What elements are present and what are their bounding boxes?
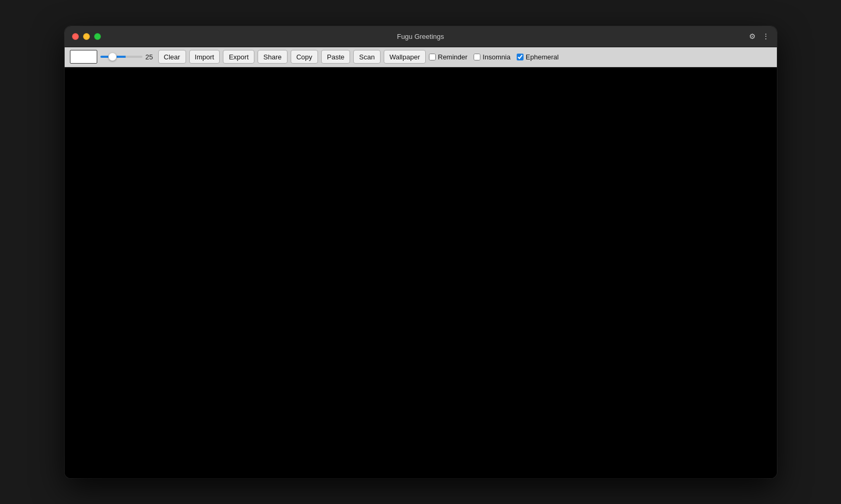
slider-value: 25	[146, 53, 155, 61]
titlebar-actions: ⚙ ⋮	[749, 32, 770, 40]
titlebar: Fugu Greetings ⚙ ⋮	[65, 26, 777, 47]
brush-size-slider[interactable]	[100, 56, 142, 58]
stroke-preview	[70, 50, 97, 64]
maximize-button[interactable]	[94, 33, 101, 40]
insomnia-label: Insomnia	[483, 53, 510, 61]
ephemeral-label: Ephemeral	[526, 53, 559, 61]
app-window: Fugu Greetings ⚙ ⋮ 25 Clear Import Expor…	[65, 26, 777, 478]
toolbar: 25 Clear Import Export Share Copy Paste …	[65, 47, 777, 67]
insomnia-checkbox[interactable]	[474, 54, 480, 60]
puzzle-icon[interactable]: ⚙	[749, 32, 756, 40]
reminder-label: Reminder	[438, 53, 467, 61]
more-options-icon[interactable]: ⋮	[762, 32, 770, 40]
share-button[interactable]: Share	[258, 50, 288, 64]
ephemeral-checkbox-label[interactable]: Ephemeral	[517, 53, 559, 61]
close-button[interactable]	[72, 33, 79, 40]
copy-button[interactable]: Copy	[291, 50, 318, 64]
window-title: Fugu Greetings	[397, 33, 444, 40]
export-button[interactable]: Export	[223, 50, 254, 64]
minimize-button[interactable]	[83, 33, 90, 40]
canvas-area[interactable]	[65, 67, 777, 478]
ephemeral-checkbox[interactable]	[517, 54, 524, 60]
wallpaper-button[interactable]: Wallpaper	[384, 50, 426, 64]
scan-button[interactable]: Scan	[353, 50, 381, 64]
insomnia-checkbox-label[interactable]: Insomnia	[474, 53, 510, 61]
traffic-lights	[72, 33, 101, 40]
slider-container: 25	[100, 53, 155, 61]
clear-button[interactable]: Clear	[158, 50, 186, 64]
import-button[interactable]: Import	[189, 50, 220, 64]
paste-button[interactable]: Paste	[321, 50, 350, 64]
reminder-checkbox[interactable]	[429, 54, 436, 60]
reminder-checkbox-label[interactable]: Reminder	[429, 53, 467, 61]
